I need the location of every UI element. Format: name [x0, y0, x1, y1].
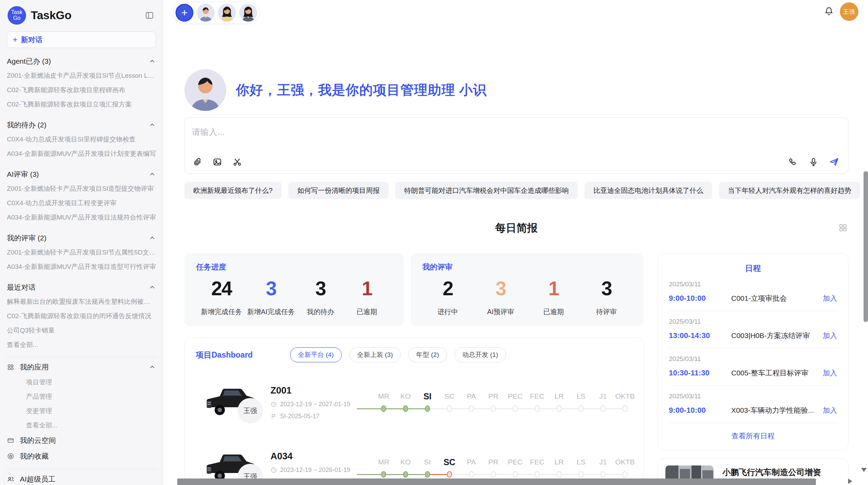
milestone-dot: [381, 406, 386, 412]
image-icon[interactable]: [212, 157, 222, 167]
stat-label: 我的待办: [300, 307, 341, 316]
layout-grid-icon[interactable]: [838, 223, 848, 233]
event-join-link[interactable]: 加入: [823, 368, 837, 378]
horizontal-scrollbar[interactable]: [177, 478, 816, 485]
milestone-label: PA: [460, 456, 482, 468]
member-avatar-3[interactable]: [239, 4, 257, 22]
sidebar-app-item[interactable]: 变更管理: [7, 404, 156, 418]
milestone-dot: [579, 406, 584, 412]
event-join-link[interactable]: 加入: [823, 331, 837, 340]
chevron-up-icon[interactable]: [148, 121, 156, 129]
attachment-icon[interactable]: [192, 157, 203, 167]
event-main: 10:30-11:30C005-整车工程目标评审加入: [669, 368, 837, 378]
sidebar-item[interactable]: A034-全新新能源MUV产品开发项目计划变更表编写: [7, 147, 156, 161]
member-avatar-2[interactable]: [218, 4, 236, 22]
filter-pill-0[interactable]: 全新平台 (4): [290, 347, 342, 362]
project-row[interactable]: 王强Z0012023-12-19 ~ 2027-01-19SI-2025-05-…: [196, 377, 632, 428]
project-dates: 2023-12-19 ~ 2026-01-19: [270, 467, 357, 474]
milestone-label: OKTB: [614, 390, 636, 402]
scroll-right-arrow[interactable]: [848, 478, 852, 484]
sidebar-item-cloud[interactable]: 我的云空间: [7, 433, 156, 448]
chevron-up-icon[interactable]: [148, 363, 156, 371]
milestone-track: MRKOSISCPAPRPECFECLRLSJ1OKTB: [357, 456, 636, 481]
scroll-down-arrow[interactable]: [861, 468, 867, 472]
sidebar-collapse-icon[interactable]: [144, 10, 155, 21]
clock-icon: [270, 467, 277, 473]
sidebar-item[interactable]: C0X4-动力总成开发项目SI里程碑提交物检查: [7, 132, 156, 147]
sidebar-item[interactable]: A034-全新新能源MUV产品开发项目法规符合性评审: [7, 210, 156, 225]
sidebar-item[interactable]: C02-飞腾新能源轻客改款项目的闭环通告反馈情况: [7, 309, 156, 323]
stat-value: 3: [480, 277, 521, 300]
filter-pill-3[interactable]: 动总开发 (1): [455, 347, 506, 362]
microphone-icon[interactable]: [808, 157, 819, 167]
filter-pill-1[interactable]: 全新上装 (3): [349, 347, 401, 362]
sidebar-item[interactable]: C0X4-动力总成开发项目工程变更评审: [7, 196, 156, 210]
chevron-up-icon[interactable]: [148, 171, 156, 178]
send-icon[interactable]: [829, 157, 839, 167]
event-time: 10:30-11:30: [669, 369, 723, 377]
milestone-dot: [447, 406, 452, 412]
suggestion-chip-4[interactable]: 当下年轻人对汽车外观有怎样的喜好趋势: [719, 182, 860, 199]
event-join-link[interactable]: 加入: [823, 294, 837, 303]
stat-label: 待评审: [586, 307, 627, 316]
view-all-schedule-link[interactable]: 查看所有日程: [668, 431, 838, 441]
sidebar-item-favorites[interactable]: 我的收藏: [7, 448, 156, 464]
chevron-up-icon[interactable]: [148, 58, 156, 65]
sidebar-item[interactable]: 解释最新出台的欧盟报废车法规再生塑料比例被调至15%...: [7, 295, 156, 309]
milestone-dot-row: [417, 402, 438, 415]
tool-label: AI超级员工: [20, 474, 56, 484]
milestone-PEC: PEC: [504, 456, 526, 481]
chevron-up-icon[interactable]: [148, 234, 156, 242]
event-time: 13:00-14:30: [669, 331, 723, 340]
stat-label: 已逾期: [346, 307, 387, 316]
suggestion-chip-3[interactable]: 比亚迪全固态电池计划具体说了什么: [584, 182, 712, 199]
add-member-button[interactable]: +: [176, 4, 193, 22]
stat-label: 新增AI完成任务: [247, 307, 295, 316]
phone-call-icon[interactable]: [788, 157, 798, 167]
event-join-link[interactable]: 加入: [823, 406, 837, 415]
milestone-dot: [403, 471, 408, 478]
sidebar-section-header[interactable]: Agent已办 (3): [7, 54, 156, 69]
sidebar-item[interactable]: 公司Q3轻卡销量: [7, 323, 156, 338]
input-toolbar-left: [192, 157, 242, 167]
sidebar-item[interactable]: Z001-全新燃油轻卡产品开发项目SI节点属性5D文件评审: [7, 245, 156, 260]
milestone-dot-row: [373, 402, 395, 415]
sidebar-app-item[interactable]: 产品管理: [7, 389, 156, 404]
milestone-dot: [535, 471, 540, 478]
user-avatar[interactable]: 王强: [840, 2, 858, 21]
suggestion-chip-2[interactable]: 特朗普可能对进口汽车增税会对中国车企造成哪些影响: [395, 182, 578, 199]
event-name: C005-整车工程目标评审: [731, 368, 817, 378]
suggestion-chip-1[interactable]: 如何写一份清晰的项目周报: [288, 182, 388, 199]
sidebar-item[interactable]: C02-飞腾新能源轻客改款项目立项汇报方案: [7, 97, 156, 112]
sidebar-section-header[interactable]: AI评审 (3): [7, 167, 156, 182]
sidebar-tool-item[interactable]: AI超级员工: [7, 471, 156, 485]
sidebar-item[interactable]: A034-全新新能源MUV产品开发项目造型可行性评审: [7, 260, 156, 274]
stat-item: 24新增完成任务: [201, 277, 242, 316]
milestone-label: J1: [592, 456, 614, 468]
sidebar-section-2: AI评审 (3)Z001-全新燃油轻卡产品开发项目SI造型提交物评审C0X4-动…: [7, 167, 156, 225]
chat-input[interactable]: [188, 123, 780, 147]
sidebar-section-header[interactable]: 最近对话: [7, 280, 156, 295]
sidebar-section-header[interactable]: 我的评审 (2): [7, 231, 156, 245]
sidebar-item-my-apps[interactable]: 我的应用: [7, 359, 156, 375]
vertical-scrollbar[interactable]: [864, 171, 868, 322]
scissors-icon[interactable]: [232, 157, 242, 167]
suggestion-chip-0[interactable]: 欧洲新规最近颁布了什么?: [184, 182, 281, 199]
sidebar-item[interactable]: 查看全部...: [7, 338, 156, 352]
milestone-dot-row: [548, 402, 570, 415]
notifications-bell-icon[interactable]: [824, 6, 834, 16]
sidebar-item[interactable]: Z001-全新燃油皮卡产品开发项目SI节点Lesson Learn报告: [7, 69, 156, 83]
chevron-up-icon[interactable]: [148, 284, 156, 291]
sidebar-item[interactable]: C02-飞腾新能源轻客改款项目里程碑画布: [7, 83, 156, 97]
sidebar-app-item[interactable]: 项目管理: [7, 375, 156, 389]
milestone-MR: MR: [373, 390, 395, 415]
sidebar-section-label: 我的评审 (2): [7, 233, 148, 243]
member-avatar-1[interactable]: [197, 4, 215, 22]
filter-pill-2[interactable]: 年型 (2): [408, 347, 447, 362]
sidebar-app-item[interactable]: 查看全部...: [7, 418, 156, 433]
sidebar-section-header[interactable]: 我的待办 (2): [7, 118, 156, 132]
event-main: 9:00-10:00C001-立项审批会加入: [669, 294, 837, 303]
new-chat-button[interactable]: + 新对话: [7, 32, 156, 48]
sidebar-item[interactable]: Z001-全新燃油轻卡产品开发项目SI造型提交物评审: [7, 182, 156, 196]
milestone-dot: [623, 406, 628, 412]
